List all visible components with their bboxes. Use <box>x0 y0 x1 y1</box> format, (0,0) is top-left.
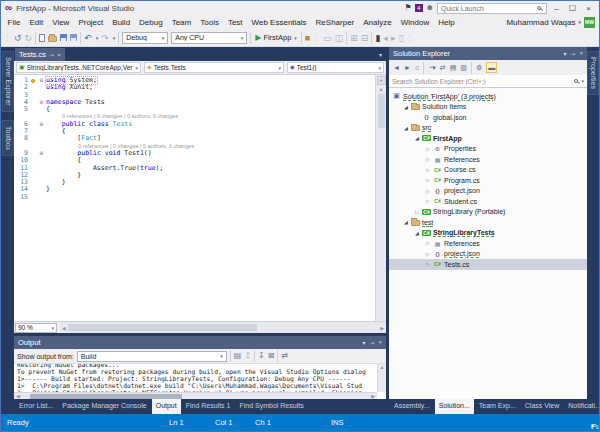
tree-item-project-json[interactable]: ▷{}project.json <box>389 249 587 260</box>
tree-item-student-cs[interactable]: ▷C#Student.cs <box>389 196 587 207</box>
feedback-icon[interactable]: ☻ <box>426 3 434 13</box>
expander-expanded-icon[interactable]: ◢ <box>402 104 410 110</box>
quick-launch-box[interactable]: Quick Launch <box>437 3 547 14</box>
platform-combo[interactable]: Any CPU▾ <box>171 32 247 44</box>
word-wrap-icon[interactable]: ⇄ <box>281 351 288 361</box>
preview-changes-icon[interactable]: ◫ <box>335 32 344 44</box>
tree-item-project-json[interactable]: ▷{}project.json <box>389 186 587 197</box>
step-over-icon[interactable]: ⊟ <box>361 32 369 44</box>
dock-tab-server-explorer[interactable]: Server Explorer <box>2 51 14 112</box>
type-dropdown[interactable]: ◈ Tests.Tests▾ <box>144 62 284 73</box>
clear-bookmarks-icon[interactable]: ▯ <box>398 32 403 44</box>
menu-debug[interactable]: Debug <box>135 18 168 27</box>
expander-collapsed-icon[interactable]: ▷ <box>424 240 432 246</box>
document-list-caret-icon[interactable]: ▾ <box>379 51 382 58</box>
se-home-icon[interactable]: ⌂ <box>415 63 419 72</box>
tree-item-test[interactable]: ◢test <box>389 217 587 228</box>
window-position-caret-icon[interactable]: ▾ <box>563 50 566 57</box>
user-avatar[interactable]: MW <box>584 17 595 28</box>
open-file-icon[interactable] <box>48 36 57 42</box>
fold-margin[interactable]: ⊟ <box>37 77 46 84</box>
menu-resharper[interactable]: ReSharper <box>311 18 359 27</box>
clear-all-icon[interactable]: ⊠ <box>268 351 275 361</box>
panel-tab-solution[interactable]: Solution... <box>435 399 474 414</box>
tree-item-src[interactable]: ◢src <box>389 123 587 134</box>
menu-test[interactable]: Test <box>223 18 247 27</box>
expander-collapsed-icon[interactable]: ▷ <box>424 146 432 152</box>
undo-caret-icon[interactable]: ▾ <box>96 35 99 41</box>
menu-team[interactable]: Team <box>167 18 196 27</box>
expander-collapsed-icon[interactable]: ▷ <box>424 261 432 267</box>
redo-icon[interactable]: ↷ <box>101 32 109 44</box>
menu-analyze[interactable]: Analyze <box>359 18 396 27</box>
tree-item-course-cs[interactable]: ▷C#Course.cs <box>389 165 587 176</box>
prev-bookmark-icon[interactable]: ◂ <box>383 32 388 44</box>
save-all-icon[interactable] <box>70 34 77 41</box>
tree-item-solution-firstapp-3-projects[interactable]: ▣Solution 'FirstApp' (3 projects) <box>389 91 587 102</box>
pin-icon[interactable]: ⊸ <box>369 339 374 346</box>
toolbar-grip-2[interactable]: ⋮ <box>313 34 320 42</box>
output-vertical-scrollbar[interactable]: ▲ <box>377 364 386 392</box>
scroll-thumb[interactable] <box>378 94 385 128</box>
debug-configuration-combo[interactable]: Debug▾ <box>122 32 168 44</box>
scroll-up-icon[interactable]: ▲ <box>379 86 384 92</box>
document-tab-tests-cs[interactable]: Tests.cs ⊸ × <box>15 48 65 61</box>
se-forward-icon[interactable]: ► <box>404 63 411 72</box>
attach-to-process-icon[interactable]: ▭ <box>323 32 332 44</box>
editor-vertical-scrollbar[interactable]: + ▲ <box>375 75 386 321</box>
menu-file[interactable]: File <box>3 18 25 27</box>
expander-expanded-icon[interactable]: ◢ <box>413 230 421 236</box>
pin-icon[interactable]: ⊸ <box>49 51 54 58</box>
panel-tab-find-symbol-results[interactable]: Find Symbol Results <box>235 399 307 414</box>
menu-build[interactable]: Build <box>108 18 135 27</box>
properties-icon[interactable]: ⚙ <box>476 63 482 72</box>
fold-margin[interactable]: ⊟ <box>37 99 46 106</box>
tree-item-tests-cs[interactable]: ▷C#Tests.cs <box>389 259 587 270</box>
fold-margin[interactable]: ⊟ <box>37 150 46 157</box>
panel-tab-assembly[interactable]: Assembly... <box>390 399 434 414</box>
tree-item-properties[interactable]: ▷⚙Properties <box>389 144 587 155</box>
solution-explorer-title-bar[interactable]: Solution Explorer ▾ ⊸ × <box>389 47 587 60</box>
user-menu-caret-icon[interactable]: ▾ <box>578 19 581 25</box>
se-back-icon[interactable]: ◄ <box>393 63 400 72</box>
tree-item-stringlibrary-portable[interactable]: ▷C#StringLibrary (Portable) <box>389 207 587 218</box>
notifications-flag-icon[interactable]: ⚑ <box>404 3 411 13</box>
panel-tab-find-results-1[interactable]: Find Results 1 <box>182 399 235 414</box>
solution-explorer-search-box[interactable]: Search Solution Explorer (Ctrl+;) ▾ <box>389 75 587 88</box>
hscroll-thumb[interactable] <box>68 324 257 331</box>
tree-item-references[interactable]: ▷▦References <box>389 238 587 249</box>
output-horizontal-scrollbar[interactable]: ◀ ▶ <box>14 392 377 399</box>
output-scroll-up-icon[interactable]: ▲ <box>378 364 386 370</box>
output-title-bar[interactable]: Output ▾ ⊸ × <box>14 336 386 349</box>
sync-with-active-document-icon[interactable]: ⇄ <box>440 63 446 72</box>
panel-tab-error-list[interactable]: Error List... <box>15 399 57 414</box>
close-panel-icon[interactable]: × <box>579 50 583 57</box>
pending-changes-filter-icon[interactable]: ◔▾ <box>428 63 436 72</box>
expander-collapsed-icon[interactable]: ▷ <box>424 167 432 173</box>
lightbulb-icon[interactable] <box>31 79 35 83</box>
close-panel-icon[interactable]: × <box>378 339 382 346</box>
expander-collapsed-icon[interactable]: ▷ <box>424 198 432 204</box>
build-selection-icon[interactable]: ⊞ <box>350 32 358 44</box>
solution-platforms-icon[interactable]: ■ <box>305 32 310 44</box>
show-all-files-icon[interactable]: ▤ <box>450 63 457 72</box>
close-tab-icon[interactable]: × <box>57 52 61 58</box>
tree-item-program-cs[interactable]: ▷C#Program.cs <box>389 175 587 186</box>
undo-icon[interactable]: ↶ <box>84 32 92 44</box>
goto-next-message-icon[interactable]: ↧ <box>258 351 265 361</box>
expander-collapsed-icon[interactable]: ▷ <box>424 156 432 162</box>
expander-collapsed-icon[interactable]: ▷ <box>424 177 432 183</box>
panel-tab-team-exp[interactable]: Team Exp... <box>475 399 520 414</box>
menu-window[interactable]: Window <box>396 18 433 27</box>
minimize-button[interactable]: – <box>550 3 563 14</box>
find-message-icon[interactable]: ▤ <box>234 351 242 361</box>
dock-tab-properties[interactable]: Properties <box>587 51 599 95</box>
maximize-button[interactable]: ☐ <box>566 3 579 14</box>
notification-count-badge[interactable]: 4 <box>415 4 423 12</box>
panel-tab-package-manager-console[interactable]: Package Manager Console <box>58 399 150 414</box>
expander-expanded-icon[interactable]: ◢ <box>413 135 421 141</box>
goto-previous-message-icon[interactable]: ↥ <box>244 351 251 361</box>
menu-help[interactable]: Help <box>434 18 459 27</box>
panel-tab-class-view[interactable]: Class View <box>521 399 564 414</box>
zoom-level-combo[interactable]: 90 %▾ <box>15 323 57 333</box>
